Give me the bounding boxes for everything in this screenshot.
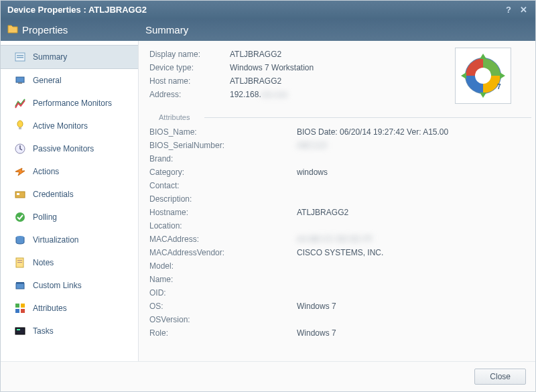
svg-marker-28	[461, 72, 466, 79]
sidebar-item-notes[interactable]: Notes	[1, 251, 138, 274]
attribute-row: Model:	[149, 259, 529, 273]
device-type-image: 7	[455, 48, 511, 104]
sidebar-item-label: Actions	[33, 167, 59, 176]
attribute-row: BIOS_Name:BIOS Date: 06/20/14 19:27:42 V…	[149, 125, 529, 139]
svg-point-5	[17, 121, 23, 127]
address-label: Address:	[149, 90, 230, 99]
attribute-label: OSVersion:	[149, 315, 297, 324]
sidebar-item-label: Attributes	[33, 304, 67, 313]
sidebar-item-label: Summary	[33, 52, 67, 62]
sidebar-item-virtualization[interactable]: Virtualization	[1, 228, 138, 251]
svg-rect-1	[17, 55, 23, 56]
svg-rect-21	[15, 328, 25, 334]
sidebar-item-performance-monitors[interactable]: Performance Monitors	[1, 92, 138, 115]
attribute-value: BIOS Date: 06/20/14 19:27:42 Ver: A15.00	[297, 127, 448, 137]
notes-icon	[14, 257, 26, 269]
sidebar-item-active-monitors[interactable]: Active Monitors	[1, 115, 138, 137]
folder-icon	[7, 24, 18, 36]
summary-icon	[14, 51, 26, 63]
sidebar-item-label: Credentials	[33, 190, 74, 199]
address-prefix: 192.168.	[230, 90, 261, 99]
svg-rect-13	[17, 260, 22, 261]
links-icon	[14, 279, 26, 291]
titlebar: Device Properties : ATLJBRAGG2 ? ✕	[1, 1, 535, 19]
svg-rect-19	[15, 309, 19, 313]
svg-point-24	[475, 68, 491, 84]
sidebar-item-actions[interactable]: Actions	[1, 160, 138, 183]
attribute-value: CISCO SYSTEMS, INC.	[297, 248, 383, 257]
sidebar-item-custom-links[interactable]: Custom Links	[1, 274, 138, 297]
virt-icon	[14, 234, 26, 246]
device-properties-window: Device Properties : ATLJBRAGG2 ? ✕ Prope…	[0, 0, 536, 392]
passive-icon	[14, 143, 26, 155]
sidebar-item-label: Performance Monitors	[33, 99, 112, 108]
attribute-label: OID:	[149, 288, 297, 298]
sidebar-item-passive-monitors[interactable]: Passive Monitors	[1, 137, 138, 160]
svg-rect-3	[16, 77, 24, 82]
attribute-label: BIOS_Name:	[149, 127, 297, 137]
attribute-label: Brand:	[149, 154, 297, 164]
close-window-button[interactable]: ✕	[518, 5, 529, 15]
attributes-list[interactable]: BIOS_Name:BIOS Date: 06/20/14 19:27:42 V…	[149, 125, 531, 361]
sidebar-item-polling[interactable]: Polling	[1, 206, 138, 228]
svg-rect-16	[16, 282, 24, 283]
help-button[interactable]: ?	[503, 5, 514, 15]
attribute-row: Name:	[149, 273, 529, 286]
svg-marker-25	[480, 54, 486, 59]
attribute-row: Role:Windows 7	[149, 326, 529, 340]
tasks-icon	[14, 325, 26, 337]
sidebar-item-general[interactable]: General	[1, 69, 138, 92]
attribute-value: ATLJBRAGG2	[297, 208, 348, 217]
attribute-row: Location:	[149, 219, 529, 233]
window-title: Device Properties : ATLJBRAGG2	[7, 5, 147, 15]
svg-marker-27	[480, 92, 486, 98]
svg-rect-2	[17, 57, 23, 58]
sidebar-item-credentials[interactable]: Credentials	[1, 183, 138, 206]
svg-rect-15	[16, 283, 24, 289]
sidebar-item-attributes[interactable]: Attributes	[1, 297, 138, 320]
sidebar-item-label: Notes	[33, 258, 54, 267]
attribute-label: Hostname:	[149, 208, 297, 217]
attributes-section-title: Attributes	[149, 113, 531, 121]
svg-rect-18	[21, 304, 25, 308]
attribute-row: Hostname:ATLJBRAGG2	[149, 206, 529, 219]
attribute-row: BIOS_SerialNumber:ABC123	[149, 139, 529, 152]
attribute-label: OS:	[149, 302, 297, 311]
host-name-value: ATLJBRAGG2	[230, 76, 281, 86]
attribute-label: Model:	[149, 261, 297, 271]
attribute-label: Category:	[149, 168, 297, 177]
polling-icon	[14, 211, 26, 223]
sidebar-item-label: Passive Monitors	[33, 144, 94, 153]
svg-rect-20	[21, 309, 25, 313]
attribute-row: Category:windows	[149, 166, 529, 179]
attribute-label: Contact:	[149, 181, 297, 190]
sidebar-item-summary[interactable]: Summary	[1, 45, 138, 69]
attribute-row: OS:Windows 7	[149, 300, 529, 313]
svg-rect-4	[18, 82, 22, 84]
attribute-row: OID:	[149, 286, 529, 300]
attribute-label: Location:	[149, 221, 297, 231]
main-panel: Display name:ATLJBRAGG2 Device type:Wind…	[139, 41, 535, 361]
close-button[interactable]: Close	[474, 369, 526, 385]
attrs-icon	[14, 302, 26, 314]
header-left: Properties	[1, 19, 139, 41]
device-type-value: Windows 7 Workstation	[230, 63, 314, 72]
attribute-row: Contact:	[149, 179, 529, 192]
attribute-row: OSVersion:	[149, 313, 529, 326]
actions-icon	[14, 166, 26, 178]
device-badge: 7	[497, 83, 501, 90]
svg-marker-26	[500, 72, 505, 79]
attributes-title-text: Attributes	[159, 113, 190, 121]
header-left-label: Properties	[22, 24, 68, 36]
attribute-value: Windows 7	[297, 328, 336, 338]
svg-rect-6	[19, 127, 21, 129]
attribute-value-redacted: ABC123	[297, 141, 327, 150]
svg-rect-14	[17, 262, 22, 263]
address-redacted: xxx.xxx	[261, 90, 287, 99]
attribute-value-redacted: AA BB CC DD EE FF	[297, 235, 373, 244]
attribute-value: Windows 7	[297, 302, 336, 311]
section-header: Properties Summary	[1, 19, 535, 41]
sidebar-item-tasks[interactable]: Tasks	[1, 320, 138, 342]
svg-rect-9	[17, 193, 19, 195]
credentials-icon	[14, 188, 26, 200]
